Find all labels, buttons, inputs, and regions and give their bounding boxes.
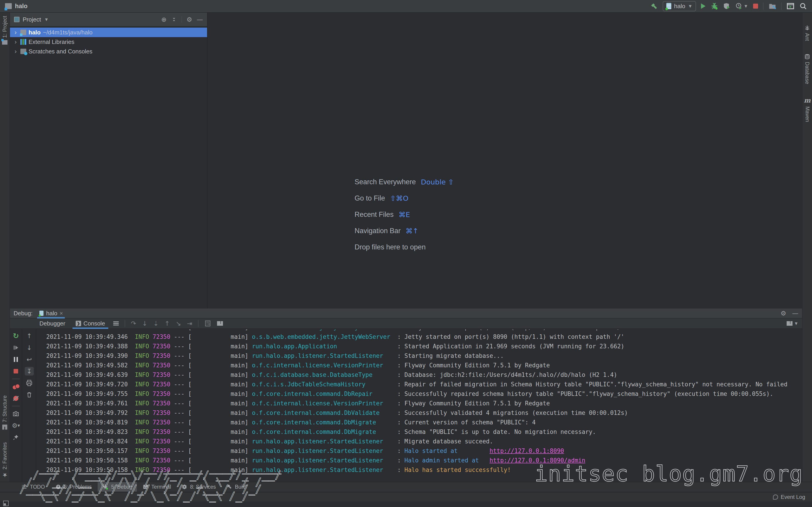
project-tree: ›halo ~/d4m1ts/java/halo›External Librar… <box>10 27 207 56</box>
smart-step-into-button[interactable]: ↘ <box>175 320 181 327</box>
build-hammer-button[interactable] <box>650 2 658 10</box>
step-out-button[interactable]: ↑ <box>164 320 170 327</box>
log-thread: main] <box>192 447 252 454</box>
tool-window-tab-build[interactable]: Build <box>222 482 251 492</box>
evaluate-expression-button[interactable] <box>204 320 211 327</box>
log-timestamp: 2021-11-09 10:39:49.388 <box>46 343 135 350</box>
tool-tab-structure-stripe[interactable]: 7: Structure <box>2 395 8 430</box>
thread-dump-button[interactable] <box>11 409 20 418</box>
tool-windows-button[interactable] <box>768 2 776 10</box>
tool-tab-favorites-stripe[interactable]: ★ 2: Favorites <box>2 442 8 478</box>
chevron-right-icon[interactable]: › <box>13 29 18 36</box>
run-button[interactable] <box>701 3 706 9</box>
tool-window-tab-services[interactable]: 8: Services <box>177 482 220 492</box>
log-bracket: --- [ <box>170 352 192 359</box>
star-icon: ★ <box>2 472 7 478</box>
step-over-button[interactable]: ↷ <box>131 320 136 327</box>
tool-window-tab-problems[interactable]: 6: Problems <box>51 482 96 492</box>
event-log-button[interactable]: Event Log <box>781 494 805 500</box>
pause-button[interactable] <box>11 355 20 364</box>
chevron-right-icon[interactable]: › <box>13 38 18 46</box>
hide-panel-button[interactable]: — <box>792 309 798 317</box>
chevron-right-icon[interactable]: › <box>13 48 18 55</box>
tool-window-tab-todo[interactable]: TODO <box>17 482 49 492</box>
locate-file-button[interactable]: ⊕ <box>161 16 166 23</box>
log-bracket: --- [ <box>170 429 192 435</box>
run-config-selector[interactable]: halo ▼ <box>663 1 696 11</box>
ant-icon <box>804 25 810 31</box>
up-stack-trace-button[interactable]: ↑ <box>25 332 34 340</box>
tree-item-scratches[interactable]: ›Scratches and Consoles <box>10 47 207 56</box>
force-step-into-button[interactable]: ⇣ <box>153 320 159 327</box>
view-breakpoints-button[interactable] <box>11 382 20 391</box>
tool-tab-database-stripe[interactable]: Database <box>804 54 810 84</box>
debug-panel-header: Debug: halo × ⚙ — <box>10 308 802 319</box>
down-stack-trace-button[interactable]: ↓ <box>25 343 34 352</box>
hide-panel-button[interactable]: — <box>197 16 203 23</box>
pin-tab-button[interactable] <box>11 433 20 442</box>
log-pid: 72350 <box>149 400 170 407</box>
tree-item-external-libraries[interactable]: ›External Libraries <box>10 37 207 47</box>
step-into-button[interactable]: ↓ <box>142 320 147 327</box>
profiler-button[interactable]: ▼ <box>735 2 748 10</box>
run-to-cursor-button[interactable]: ⇥ <box>187 320 192 327</box>
tree-item-halo-root[interactable]: ›halo ~/d4m1ts/java/halo <box>10 27 207 37</box>
log-colon: : <box>394 390 404 397</box>
restore-layout-icon[interactable] <box>786 321 793 326</box>
project-panel-title[interactable]: Project <box>23 16 41 23</box>
chevron-down-icon: ▼ <box>794 321 798 326</box>
toggle-tool-windows-icon[interactable] <box>3 501 9 506</box>
stop-button[interactable] <box>11 367 20 376</box>
tool-tab-project-stripe[interactable]: 1: Project <box>2 16 8 45</box>
log-level: INFO <box>135 362 149 369</box>
run-anything-button[interactable] <box>786 2 794 10</box>
debug-settings-button[interactable]: ⚙▼ <box>11 421 20 430</box>
mute-breakpoints-button[interactable] <box>11 394 20 403</box>
log-pid: 72350 <box>149 372 170 378</box>
log-thread: main] <box>192 362 252 369</box>
console-log-line: 2021-11-09 10:39:49.755 INFO 72350 --- [… <box>46 389 802 399</box>
log-thread: main] <box>192 419 252 426</box>
log-pid: 72350 <box>149 362 170 369</box>
project-panel-header: Project ▼ ⊕ ⚙ — <box>10 13 207 27</box>
clear-all-button[interactable] <box>25 390 34 399</box>
log-link[interactable]: http://127.0.0.1:8090/admin <box>490 457 586 464</box>
close-icon[interactable]: × <box>60 310 63 317</box>
tool-window-tab-debug[interactable]: 5: Debug <box>98 482 137 492</box>
settings-gear-button[interactable]: ⚙ <box>780 309 786 317</box>
hammer-icon <box>650 2 658 10</box>
run-with-coverage-button[interactable] <box>723 2 730 10</box>
log-timestamp: 2021-11-09 10:39:49.390 <box>46 352 135 359</box>
console-log-line: 2021-11-09 10:39:49.390 INFO 72350 --- [… <box>46 351 802 360</box>
log-level: INFO <box>135 447 149 454</box>
search-everywhere-button[interactable] <box>799 2 807 10</box>
scroll-to-end-button[interactable]: ↧ <box>25 367 34 376</box>
log-timestamp: 2021-11-09 10:39:49.582 <box>46 362 135 369</box>
log-bracket: --- [ <box>170 400 192 407</box>
debug-session-tab[interactable]: halo × <box>37 308 65 318</box>
console-icon: ❯ <box>76 321 81 326</box>
settings-gear-button[interactable]: ⚙ <box>187 16 192 23</box>
rerun-button[interactable]: ↻ <box>11 332 20 340</box>
soft-wrap-button[interactable]: ↩ <box>25 355 34 364</box>
console-output[interactable]: 2021-11-09 10:39:49.345 INFO 72350 --- [… <box>37 329 802 482</box>
print-button[interactable] <box>25 379 34 387</box>
log-colon: : <box>394 362 404 369</box>
log-thread: main] <box>192 333 252 340</box>
tab-debugger[interactable]: Debugger <box>37 319 67 328</box>
layout-settings-icon[interactable] <box>217 321 223 326</box>
log-message: Migrate database succeed. <box>404 438 493 445</box>
tool-tab-maven-stripe[interactable]: m Maven <box>804 97 811 122</box>
tab-console[interactable]: ❯ Console <box>73 319 107 328</box>
debug-button[interactable] <box>711 2 718 10</box>
status-bar-lower <box>0 502 812 507</box>
chevron-down-icon[interactable]: ▼ <box>44 17 49 22</box>
collapse-all-button[interactable] <box>171 16 177 22</box>
console-options-icon[interactable] <box>113 322 119 326</box>
tool-tab-ant-stripe[interactable]: Ant <box>804 25 810 41</box>
stop-button[interactable] <box>753 4 758 9</box>
active-tab-underline <box>72 328 108 329</box>
resume-button[interactable] <box>11 343 20 352</box>
tool-window-tab-terminal[interactable]: Terminal <box>138 482 175 492</box>
log-link[interactable]: http://127.0.0.1:8090 <box>490 447 564 454</box>
